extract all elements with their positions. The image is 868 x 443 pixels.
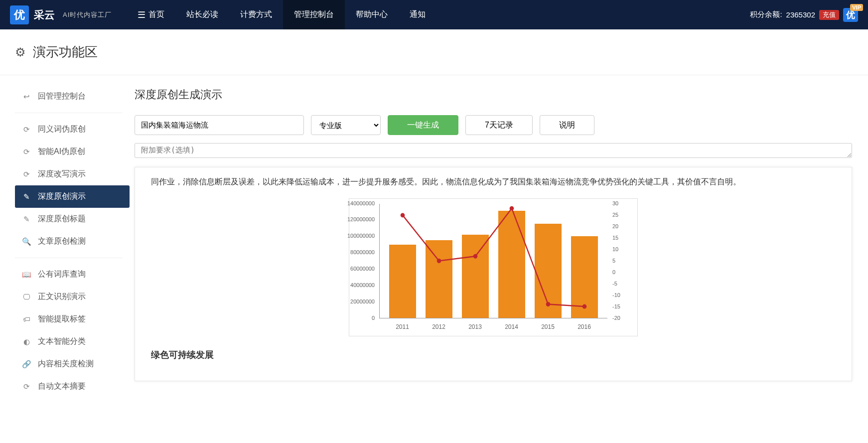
result-heading: 绿色可持续发展 <box>151 346 836 363</box>
side-icon: 📖 <box>22 270 31 279</box>
sidebar-label: 正文识别演示 <box>38 292 86 302</box>
side-icon: ✎ <box>22 215 31 224</box>
side-icon: ⟳ <box>22 382 31 391</box>
x-label: 2011 <box>389 321 416 333</box>
chart: 0200000004000000060000000800000001000000… <box>349 198 638 336</box>
page-title: 演示功能区 <box>33 43 98 61</box>
nav-item[interactable]: 通知 <box>399 0 436 29</box>
bar <box>389 245 416 318</box>
sidebar: ↩回管理控制台⟳同义词伪原创⟳智能AI伪原创⟳深度改写演示✎深度原创演示✎深度原… <box>0 75 130 408</box>
history-button[interactable]: 7天记录 <box>465 115 533 135</box>
nav-item[interactable]: 站长必读 <box>175 0 229 29</box>
main-nav: ☰首页站长必读计费方式管理控制台帮助中心通知 <box>127 0 436 29</box>
extra-input[interactable] <box>135 143 852 158</box>
page-title-bar: ⚙ 演示功能区 <box>0 29 868 75</box>
sidebar-label: 公有词库查询 <box>38 269 86 280</box>
sidebar-label: 深度原创标题 <box>38 214 86 224</box>
bar <box>462 235 489 318</box>
sidebar-item-relevance-check[interactable]: 🔗内容相关度检测 <box>15 353 130 375</box>
bar <box>535 224 562 318</box>
user-badge[interactable]: 优 VIP <box>843 9 858 21</box>
sidebar-label: 深度改写演示 <box>38 169 86 179</box>
controls-row: 专业版 一键生成 7天记录 说明 <box>135 115 852 135</box>
sidebar-item-deep-original[interactable]: ✎深度原创演示 <box>15 185 130 208</box>
side-icon: 🔗 <box>22 360 31 369</box>
result-panel[interactable]: 同作业，消除信息断层及误差，以此来降低运输成本，进一步提升服务感受。因此，物流信… <box>135 167 852 381</box>
logo-text: 采云 <box>34 8 55 22</box>
menu-icon: ☰ <box>138 9 145 20</box>
x-label: 2015 <box>535 321 562 333</box>
sidebar-label: 同义词伪原创 <box>38 124 86 135</box>
logo-badge: 优 <box>10 5 29 24</box>
sidebar-label: 文章原创检测 <box>38 236 86 247</box>
sidebar-label: 智能AI伪原创 <box>38 147 85 157</box>
bar <box>426 240 452 318</box>
sidebar-item-tag-extract[interactable]: 🏷智能提取标签 <box>15 308 130 330</box>
sidebar-label: 智能提取标签 <box>38 314 86 324</box>
header: 优 采云 AI时代内容工厂 ☰首页站长必读计费方式管理控制台帮助中心通知 积分余… <box>0 0 868 29</box>
sidebar-item-back-console[interactable]: ↩回管理控制台 <box>15 85 130 108</box>
side-icon: 🔍 <box>22 237 31 246</box>
sidebar-item-synonym-rewrite[interactable]: ⟳同义词伪原创 <box>15 118 130 141</box>
x-label: 2012 <box>426 321 452 333</box>
help-button[interactable]: 说明 <box>540 115 594 135</box>
recharge-button[interactable]: 充值 <box>819 10 839 20</box>
keyword-input[interactable] <box>135 115 304 135</box>
header-right: 积分余额: 2365302 充值 优 VIP <box>750 9 858 21</box>
side-icon: ◐ <box>22 337 31 346</box>
side-icon: ↩ <box>22 92 31 101</box>
sidebar-label: 内容相关度检测 <box>38 359 94 369</box>
side-icon: 🏷 <box>22 315 31 323</box>
divider <box>15 113 123 113</box>
sidebar-label: 深度原创演示 <box>38 191 86 202</box>
sidebar-item-dict-query[interactable]: 📖公有词库查询 <box>15 263 130 286</box>
gear-icon: ⚙ <box>15 45 26 59</box>
version-select[interactable]: 专业版 <box>311 115 381 135</box>
sidebar-label: 自动文本摘要 <box>38 381 86 392</box>
sidebar-item-deep-title[interactable]: ✎深度原创标题 <box>15 208 130 230</box>
side-icon: ⟳ <box>22 170 31 179</box>
content-title: 深度原创生成演示 <box>135 87 852 102</box>
bar <box>498 211 525 318</box>
nav-item[interactable]: 计费方式 <box>229 0 283 29</box>
points-label: 积分余额: <box>750 10 782 19</box>
sidebar-item-text-classify[interactable]: ◐文本智能分类 <box>15 330 130 353</box>
points-value: 2365302 <box>786 10 815 19</box>
nav-item[interactable]: ☰首页 <box>127 0 175 29</box>
side-icon: ✎ <box>22 192 31 201</box>
sidebar-item-originality-check[interactable]: 🔍文章原创检测 <box>15 230 130 253</box>
bar <box>571 236 598 318</box>
sidebar-label: 回管理控制台 <box>38 91 86 102</box>
x-label: 2013 <box>462 321 489 333</box>
sidebar-item-ai-rewrite[interactable]: ⟳智能AI伪原创 <box>15 141 130 163</box>
result-paragraph: 同作业，消除信息断层及误差，以此来降低运输成本，进一步提升服务感受。因此，物流信… <box>151 174 836 189</box>
side-icon: ⟳ <box>22 148 31 156</box>
nav-item[interactable]: 管理控制台 <box>283 0 345 29</box>
x-label: 2016 <box>571 321 598 333</box>
side-icon: ⟳ <box>22 125 31 134</box>
nav-item[interactable]: 帮助中心 <box>345 0 399 29</box>
side-icon: 🖵 <box>22 293 31 301</box>
x-label: 2014 <box>498 321 525 333</box>
sidebar-label: 文本智能分类 <box>38 336 86 347</box>
logo[interactable]: 优 采云 AI时代内容工厂 <box>10 5 112 24</box>
divider <box>15 258 123 258</box>
generate-button[interactable]: 一键生成 <box>388 115 458 135</box>
vip-tag: VIP <box>850 4 863 11</box>
sidebar-item-auto-summary[interactable]: ⟳自动文本摘要 <box>15 375 130 398</box>
logo-tagline: AI时代内容工厂 <box>63 10 112 19</box>
content: 深度原创生成演示 专业版 一键生成 7天记录 说明 同作业，消除信息断层及误差，… <box>130 75 868 408</box>
sidebar-item-body-extract[interactable]: 🖵正文识别演示 <box>15 286 130 308</box>
sidebar-item-deep-rewrite[interactable]: ⟳深度改写演示 <box>15 163 130 185</box>
